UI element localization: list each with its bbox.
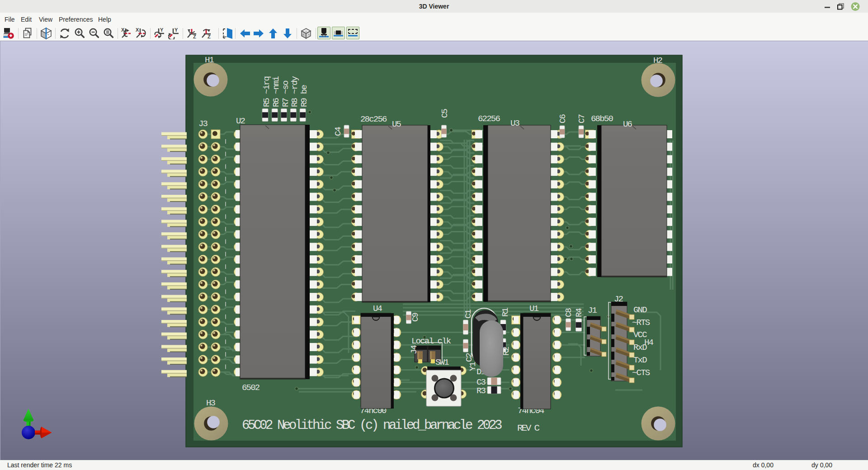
svg-text:~CTS: ~CTS	[632, 368, 650, 378]
svg-text:REV C: REV C	[517, 423, 540, 433]
svg-text:U6: U6	[623, 119, 632, 129]
svg-text:J3: J3	[198, 119, 208, 129]
svg-text:H2: H2	[653, 56, 663, 66]
svg-text:C9: C9	[410, 312, 420, 322]
svg-text:65C02 Neolithic SBC (c) nailed: 65C02 Neolithic SBC (c) nailed_barnacle …	[242, 418, 502, 433]
svg-text:28c256: 28c256	[360, 114, 387, 124]
svg-text:C4: C4	[333, 127, 343, 136]
svg-text:6502: 6502	[242, 383, 260, 393]
svg-text:Z: Z	[208, 34, 211, 39]
svg-text:R9 be: R9 be	[299, 85, 309, 107]
svg-text:U3: U3	[510, 118, 520, 128]
svg-text:TxD: TxD	[633, 355, 647, 365]
svg-text:J1: J1	[588, 306, 597, 315]
svg-text:X: X	[136, 28, 139, 33]
svg-text:~RTS: ~RTS	[632, 318, 650, 328]
svg-text:R1: R1	[500, 307, 510, 317]
svg-text:Y1: Y1	[468, 362, 478, 371]
svg-text:J2: J2	[614, 294, 623, 304]
svg-text:VCC: VCC	[633, 330, 647, 340]
svg-text:R4: R4	[574, 308, 584, 317]
svg-text:H3: H3	[206, 398, 216, 408]
svg-text:H1: H1	[205, 55, 214, 65]
svg-text:Y: Y	[175, 28, 178, 33]
svg-text:R3: R3	[476, 386, 486, 396]
svg-text:GND: GND	[633, 305, 647, 315]
svg-text:RxD: RxD	[633, 343, 647, 352]
svg-text:Local clk: Local clk	[411, 336, 451, 346]
svg-text:R8 ~rdy: R8 ~rdy	[290, 76, 300, 107]
svg-text:C2: C2	[464, 352, 474, 362]
svg-text:U5: U5	[392, 119, 401, 129]
svg-text:R7 ~so: R7 ~so	[281, 80, 291, 107]
svg-text:C8: C8	[564, 308, 574, 317]
svg-text:U2: U2	[236, 116, 245, 126]
svg-text:Z: Z	[193, 34, 196, 39]
svg-text:U4: U4	[373, 304, 382, 314]
svg-text:Y: Y	[160, 28, 164, 33]
svg-text:SW1: SW1	[435, 357, 449, 367]
svg-text:J4: J4	[409, 345, 419, 354]
svg-text:R6 ~nmi: R6 ~nmi	[271, 76, 281, 107]
svg-text:C1: C1	[463, 309, 473, 319]
svg-text:62256: 62256	[478, 114, 500, 124]
svg-text:68b50: 68b50	[591, 114, 613, 124]
svg-text:U1: U1	[529, 304, 539, 314]
svg-text:C5: C5	[440, 108, 450, 118]
svg-text:C6: C6	[558, 114, 568, 123]
svg-text:R5 ~irq: R5 ~irq	[262, 76, 272, 107]
svg-text:C7: C7	[577, 114, 587, 123]
